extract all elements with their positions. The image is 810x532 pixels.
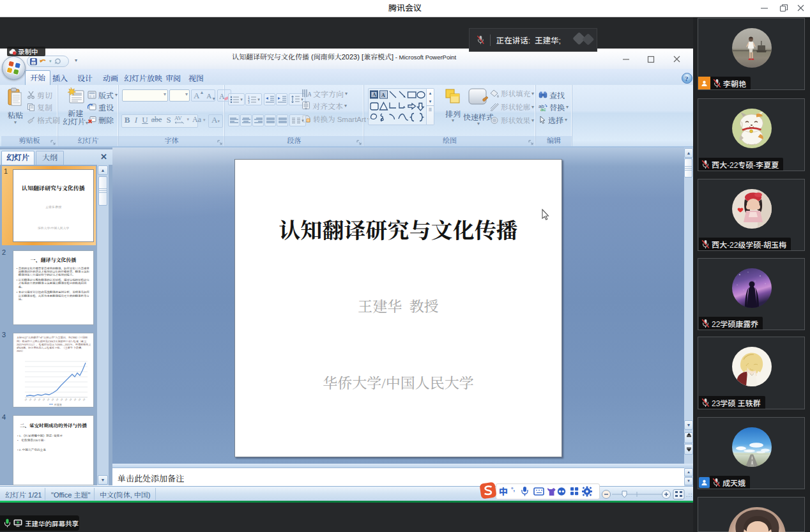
svg-text:////: ////: [29, 398, 33, 402]
svg-text:////: ////: [60, 398, 64, 402]
svg-text:////: ////: [33, 398, 37, 402]
svg-text:////: ////: [82, 398, 86, 402]
svg-text:////: ////: [47, 398, 50, 402]
svg-text:////: ////: [38, 398, 42, 402]
svg-text:////: ////: [51, 398, 55, 402]
svg-text:////: ////: [78, 398, 82, 402]
svg-text:////: ////: [42, 398, 46, 402]
svg-text:3: 3: [248, 100, 250, 104]
svg-text:AV: AV: [174, 115, 182, 121]
svg-text:°,: °,: [511, 486, 515, 492]
svg-text:A: A: [372, 92, 376, 98]
svg-text:?: ?: [685, 75, 689, 82]
svg-text:////: ////: [69, 398, 73, 402]
svg-text:中: 中: [499, 486, 508, 497]
svg-text:////: ////: [73, 398, 77, 402]
svg-text:A: A: [307, 91, 311, 98]
svg-text:////: ////: [24, 398, 28, 402]
svg-text:ac: ac: [540, 107, 546, 111]
svg-text:////: ////: [65, 398, 68, 402]
svg-text:A: A: [381, 93, 385, 98]
svg-text:////: ////: [56, 398, 59, 402]
svg-text:检索量: 检索量: [54, 403, 62, 406]
